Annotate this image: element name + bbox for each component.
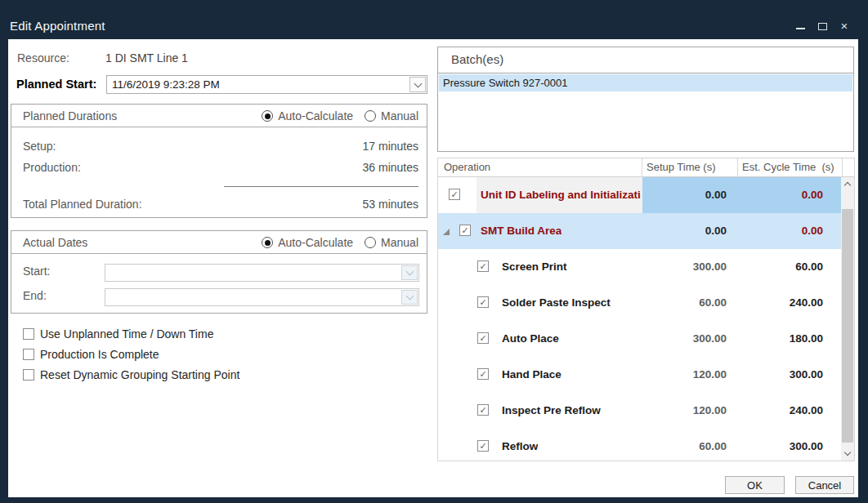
cycle-time-value: 0.00 bbox=[738, 189, 823, 201]
use-unplanned-time-label: Use Unplanned Time / Down Time bbox=[40, 327, 213, 341]
operation-name: Screen Print bbox=[502, 260, 567, 273]
checkmark-icon: ✓ bbox=[450, 190, 458, 199]
ok-button[interactable]: OK bbox=[725, 476, 785, 494]
setup-time-value: 60.00 bbox=[642, 296, 727, 309]
end-label: End: bbox=[23, 289, 47, 302]
row-checkbox[interactable]: ✓ bbox=[477, 404, 489, 416]
start-combobox[interactable] bbox=[105, 264, 419, 282]
start-dropdown-button[interactable] bbox=[401, 265, 418, 280]
table-row[interactable]: ✓ Screen Print 300.00 60.00 bbox=[438, 249, 843, 285]
column-header-setup-time[interactable]: Setup Time (s) bbox=[647, 161, 716, 173]
setup-time-value: 0.00 bbox=[642, 189, 727, 201]
batch-item-label: Pressure Switch 927-0001 bbox=[439, 77, 567, 89]
setup-time-value: 120.00 bbox=[642, 368, 727, 381]
row-checkbox[interactable]: ✓ bbox=[477, 440, 489, 452]
production-complete-option: Production Is Complete bbox=[23, 348, 159, 361]
scrollbar-thumb[interactable] bbox=[842, 209, 853, 443]
operation-name: Solder Paste Inspect bbox=[502, 296, 611, 309]
setup-time-value: 300.00 bbox=[642, 260, 727, 273]
resource-value: 1 DI SMT Line 1 bbox=[105, 51, 188, 65]
operation-name: Auto Place bbox=[502, 332, 559, 345]
manual-label: Manual bbox=[381, 109, 418, 122]
cancel-button[interactable]: Cancel bbox=[795, 476, 854, 494]
cycle-time-value: 180.00 bbox=[738, 332, 823, 345]
production-value: 36 minutes bbox=[363, 161, 418, 174]
table-row[interactable]: ✓ Inspect Pre Reflow 120.00 240.00 bbox=[438, 393, 843, 429]
use-unplanned-time-checkbox[interactable] bbox=[23, 328, 34, 340]
row-checkbox[interactable]: ✓ bbox=[459, 225, 471, 236]
auto-calculate-radio[interactable] bbox=[262, 110, 273, 122]
start-label: Start: bbox=[23, 265, 50, 278]
row-checkbox[interactable]: ✓ bbox=[477, 260, 489, 272]
setup-time-value: 120.00 bbox=[642, 404, 727, 416]
table-row[interactable]: ✓ Auto Place 300.00 180.00 bbox=[438, 321, 843, 357]
column-header-operation[interactable]: Operation bbox=[444, 161, 490, 173]
planned-start-combobox[interactable]: 11/6/2019 9:23:28 PM bbox=[106, 75, 427, 94]
actual-auto-calculate-radio[interactable] bbox=[262, 237, 273, 248]
production-complete-checkbox[interactable] bbox=[23, 349, 34, 360]
actual-auto-calculate-label: Auto-Calculate bbox=[278, 236, 353, 249]
operation-name: SMT Build Area bbox=[481, 225, 562, 237]
planned-durations-mode: Auto-Calculate Manual bbox=[262, 109, 418, 122]
total-duration-label: Total Planned Duration: bbox=[23, 198, 142, 211]
planned-start-dropdown-button[interactable] bbox=[409, 77, 426, 92]
auto-calculate-label: Auto-Calculate bbox=[278, 109, 353, 122]
setup-time-value: 60.00 bbox=[642, 440, 727, 452]
setup-time-value: 300.00 bbox=[642, 332, 727, 345]
row-checkbox[interactable]: ✓ bbox=[477, 368, 489, 380]
window-title: Edit Appointment bbox=[10, 19, 105, 33]
reset-grouping-option: Reset Dynamic Grouping Starting Point bbox=[23, 368, 239, 381]
cycle-time-value: 0.00 bbox=[738, 225, 823, 237]
setup-time-value: 0.00 bbox=[642, 225, 727, 237]
close-button[interactable]: × bbox=[839, 20, 850, 32]
reset-grouping-label: Reset Dynamic Grouping Starting Point bbox=[40, 368, 239, 381]
chevron-down-icon bbox=[405, 268, 414, 276]
minimize-button[interactable] bbox=[794, 20, 806, 32]
actual-dates-group: Actual Dates Auto-Calculate Manual Start… bbox=[11, 230, 427, 314]
column-header-cycle-time[interactable]: Est. Cycle Time (s) bbox=[742, 161, 834, 173]
checkmark-icon: ✓ bbox=[479, 442, 486, 451]
table-row[interactable]: ✓ Solder Paste Inspect 60.00 240.00 bbox=[438, 285, 843, 321]
row-checkbox[interactable]: ✓ bbox=[477, 332, 489, 344]
maximize-button[interactable] bbox=[817, 20, 828, 32]
manual-radio[interactable] bbox=[365, 110, 376, 122]
column-divider bbox=[642, 158, 642, 176]
production-complete-label: Production Is Complete bbox=[40, 348, 159, 361]
reset-grouping-checkbox[interactable] bbox=[23, 369, 34, 381]
actual-dates-title: Actual Dates bbox=[23, 236, 87, 249]
scroll-up-button[interactable] bbox=[841, 177, 854, 191]
cycle-time-value: 300.00 bbox=[738, 440, 823, 452]
cycle-time-value: 60.00 bbox=[738, 260, 823, 273]
resource-label: Resource: bbox=[17, 51, 69, 65]
table-row[interactable]: ✓ Reflow 60.00 300.00 bbox=[438, 429, 843, 461]
scroll-down-button[interactable] bbox=[841, 447, 854, 461]
chevron-up-icon bbox=[844, 182, 851, 189]
expander-icon[interactable] bbox=[443, 229, 450, 235]
actual-dates-header: Actual Dates Auto-Calculate Manual bbox=[11, 231, 427, 254]
table-scrollbar[interactable] bbox=[841, 177, 854, 461]
batch-list-item[interactable]: Pressure Switch 927-0001 bbox=[439, 74, 852, 91]
operation-name: Reflow bbox=[502, 440, 538, 452]
setup-label: Setup: bbox=[23, 140, 56, 153]
table-row[interactable]: ✓ Unit ID Labeling and Initialization 0.… bbox=[438, 177, 843, 213]
actual-manual-radio[interactable] bbox=[365, 237, 376, 248]
end-dropdown-button[interactable] bbox=[401, 290, 418, 305]
table-row[interactable]: ✓ SMT Build Area 0.00 0.00 bbox=[438, 213, 843, 249]
planned-durations-group: Planned Durations Auto-Calculate Manual … bbox=[11, 104, 427, 218]
planned-start-value: 11/6/2019 9:23:28 PM bbox=[112, 78, 220, 91]
maximize-icon bbox=[818, 23, 827, 30]
cycle-time-value: 240.00 bbox=[738, 296, 823, 309]
row-checkbox[interactable]: ✓ bbox=[477, 296, 489, 308]
end-combobox[interactable] bbox=[105, 288, 419, 306]
batches-title: Batch(es) bbox=[451, 52, 503, 66]
column-divider bbox=[737, 158, 738, 176]
batches-panel: Batch(es) Pressure Switch 927-0001 bbox=[437, 47, 854, 152]
cycle-time-value: 240.00 bbox=[738, 404, 823, 416]
table-row[interactable]: ✓ Hand Place 120.00 300.00 bbox=[438, 357, 843, 393]
batches-header: Batch(es) bbox=[438, 47, 853, 73]
minimize-icon bbox=[796, 28, 805, 29]
setup-value: 17 minutes bbox=[363, 140, 418, 153]
checkmark-icon: ✓ bbox=[479, 370, 486, 379]
row-checkbox[interactable]: ✓ bbox=[449, 189, 460, 200]
checkmark-icon: ✓ bbox=[479, 406, 486, 415]
